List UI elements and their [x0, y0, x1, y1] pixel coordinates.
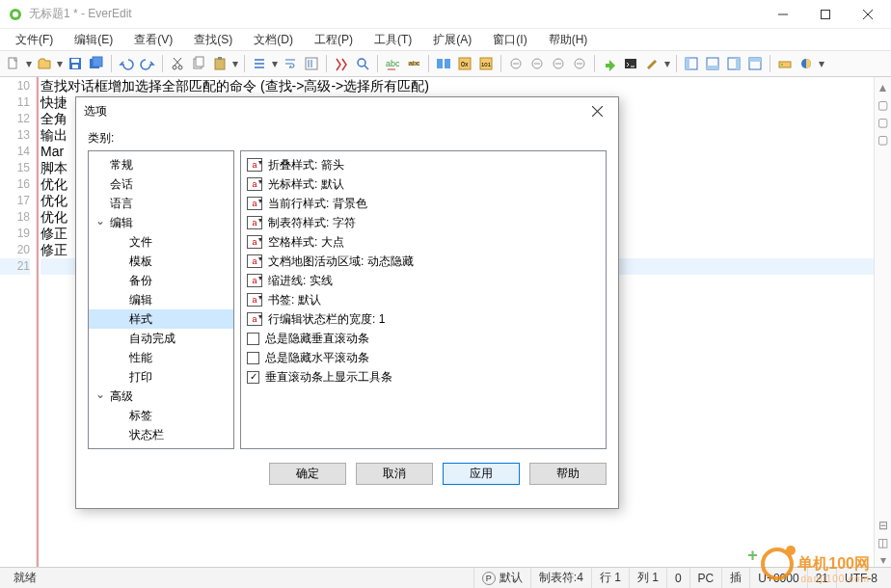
dropdown-icon[interactable]: ▾: [271, 57, 279, 70]
marker3-icon[interactable]: ▢: [877, 133, 890, 147]
ok-button[interactable]: 确定: [269, 463, 346, 485]
apply-button[interactable]: 应用: [443, 463, 520, 485]
link1-icon[interactable]: [506, 54, 526, 73]
up-arrow-icon[interactable]: ▲: [877, 81, 890, 94]
open-file-icon[interactable]: [35, 54, 54, 73]
list-icon[interactable]: [250, 54, 269, 73]
status-col[interactable]: 列 1: [629, 568, 666, 588]
tree-node[interactable]: 状态栏: [89, 425, 233, 444]
minimize-button[interactable]: [762, 1, 804, 28]
tree-node[interactable]: ⌄高级: [89, 387, 233, 406]
terminal-icon[interactable]: [621, 54, 640, 73]
maximize-button[interactable]: [804, 1, 847, 28]
panel2-icon[interactable]: [703, 54, 722, 73]
link3-icon[interactable]: [549, 54, 568, 73]
marker1-icon[interactable]: ▢: [877, 98, 890, 112]
tree-node[interactable]: 工具条: [89, 444, 233, 449]
compare-icon[interactable]: [434, 54, 453, 73]
menu-project[interactable]: 工程(P): [305, 30, 363, 50]
property-row[interactable]: ✓垂直滚动条上显示工具条: [247, 367, 600, 387]
menu-document[interactable]: 文档(D): [244, 30, 303, 50]
menu-search[interactable]: 查找(S): [184, 30, 242, 50]
marker2-icon[interactable]: ▢: [877, 116, 890, 129]
save-all-icon[interactable]: [87, 54, 106, 73]
checkbox-icon[interactable]: [247, 352, 259, 364]
property-row[interactable]: a缩进线: 实线: [247, 271, 600, 290]
menu-edit[interactable]: 编辑(E): [65, 30, 122, 50]
dropdown-icon[interactable]: ▾: [56, 57, 64, 70]
panel3-icon[interactable]: [724, 54, 743, 73]
menu-window[interactable]: 窗口(I): [483, 30, 536, 50]
split-h-icon[interactable]: ⊟: [877, 519, 890, 532]
dropdown-icon[interactable]: ▾: [231, 57, 239, 70]
property-row[interactable]: a文档地图活动区域: 动态隐藏: [247, 252, 600, 271]
property-row[interactable]: a行编辑状态栏的宽度: 1: [247, 309, 600, 329]
property-row[interactable]: 总是隐藏水平滚动条: [247, 348, 600, 367]
down-arrow-icon[interactable]: ▾: [877, 553, 890, 567]
property-row[interactable]: a书签: 默认: [247, 290, 600, 309]
spellcheck-icon[interactable]: abc: [383, 54, 402, 73]
copy-icon[interactable]: [189, 54, 208, 73]
property-row[interactable]: a当前行样式: 背景色: [247, 194, 600, 213]
tree-node[interactable]: 模板: [89, 252, 233, 271]
close-button[interactable]: [847, 1, 889, 28]
tree-node[interactable]: 样式: [89, 309, 233, 329]
tree-node[interactable]: 打印: [89, 367, 233, 387]
property-row[interactable]: a光标样式: 默认: [247, 174, 600, 194]
plugin-icon[interactable]: [600, 54, 619, 73]
status-ime[interactable]: P默认: [473, 568, 530, 588]
tree-node[interactable]: 标签: [89, 406, 233, 425]
binary-icon[interactable]: 101: [476, 54, 496, 73]
property-row[interactable]: a制表符样式: 字符: [247, 213, 600, 232]
tree-node[interactable]: ⌄编辑: [89, 213, 233, 232]
dropdown-icon[interactable]: ▾: [25, 57, 33, 70]
checkbox-icon[interactable]: [247, 333, 259, 345]
property-row[interactable]: 总是隐藏垂直滚动条: [247, 329, 600, 348]
menu-file[interactable]: 文件(F): [6, 30, 63, 50]
tree-node[interactable]: 常规: [89, 155, 233, 174]
tree-node[interactable]: 文件: [89, 232, 233, 252]
status-ins[interactable]: 插: [721, 568, 749, 588]
tree-node[interactable]: 语言: [89, 194, 233, 213]
link2-icon[interactable]: [527, 54, 547, 73]
status-line[interactable]: 行 1: [591, 568, 629, 588]
status-tab[interactable]: 制表符:4: [530, 568, 591, 588]
menu-addons[interactable]: 扩展(A): [423, 30, 481, 50]
panel4-icon[interactable]: [745, 54, 765, 73]
menu-tools[interactable]: 工具(T): [364, 30, 421, 50]
link4-icon[interactable]: [570, 54, 589, 73]
indent-guides-icon[interactable]: [302, 54, 321, 73]
highlight-icon[interactable]: abc: [404, 54, 423, 73]
tree-node[interactable]: 备份: [89, 271, 233, 290]
menu-view[interactable]: 查看(V): [124, 30, 182, 50]
property-list[interactable]: a折叠样式: 箭头a光标样式: 默认a当前行样式: 背景色a制表符样式: 字符a…: [240, 150, 607, 449]
dropdown-icon[interactable]: ▾: [818, 57, 825, 70]
undo-icon[interactable]: [117, 54, 136, 73]
status-os[interactable]: PC: [689, 568, 722, 588]
find-icon[interactable]: [332, 54, 351, 73]
dropdown-icon[interactable]: ▾: [663, 57, 671, 70]
wrap-icon[interactable]: [281, 54, 300, 73]
tree-node[interactable]: 会话: [89, 174, 233, 194]
tree-node[interactable]: 性能: [89, 348, 233, 367]
new-file-icon[interactable]: [4, 54, 23, 73]
split-v-icon[interactable]: ◫: [877, 536, 890, 549]
category-tree[interactable]: 常规会话语言⌄编辑文件模板备份编辑样式自动完成性能打印⌄高级标签状态栏工具条: [88, 150, 234, 449]
paste-icon[interactable]: [210, 54, 230, 73]
save-icon[interactable]: [66, 54, 85, 73]
hex-icon[interactable]: 0x: [455, 54, 474, 73]
cancel-button[interactable]: 取消: [356, 463, 433, 485]
redo-icon[interactable]: [138, 54, 157, 73]
ftp-icon[interactable]: [775, 54, 795, 73]
help-button[interactable]: 帮助: [529, 463, 607, 485]
dialog-close-button[interactable]: [583, 100, 610, 121]
panel1-icon[interactable]: [682, 54, 701, 73]
menu-help[interactable]: 帮助(H): [539, 30, 598, 50]
settings-icon[interactable]: [642, 54, 662, 73]
checkbox-icon[interactable]: ✓: [247, 371, 259, 384]
property-row[interactable]: a空格样式: 大点: [247, 232, 600, 252]
replace-icon[interactable]: [353, 54, 372, 73]
cut-icon[interactable]: [168, 54, 187, 73]
tree-node[interactable]: 编辑: [89, 290, 233, 309]
browser-icon[interactable]: [796, 54, 816, 73]
